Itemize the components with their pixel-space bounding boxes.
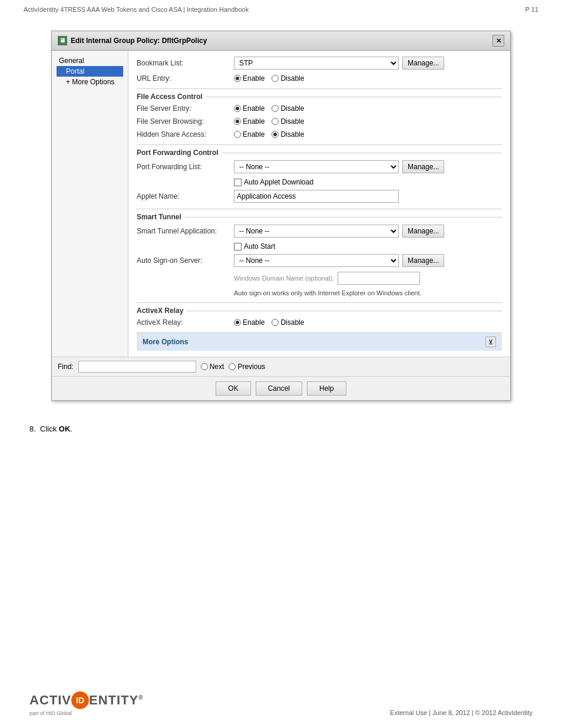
find-input[interactable] bbox=[78, 361, 196, 373]
auto-start-checkbox-label[interactable]: Auto Start bbox=[234, 242, 502, 251]
more-options-bar: More Options ⊻ bbox=[137, 332, 502, 351]
applet-name-row: Applet Name: bbox=[137, 190, 502, 203]
auto-start-checkbox[interactable] bbox=[234, 243, 242, 251]
sidebar-item-more-options[interactable]: + More Options bbox=[57, 77, 123, 87]
port-forwarding-list-row: Port Forwarding List: -- None -- Manage.… bbox=[137, 160, 502, 173]
auto-signon-controls: -- None -- Manage... bbox=[234, 254, 502, 267]
activex-relay-label: ActiveX Relay: bbox=[137, 318, 234, 327]
dialog-title-area: 🖥 Edit Internal Group Policy: DfltGrpPol… bbox=[58, 36, 207, 45]
close-icon: ✕ bbox=[496, 37, 501, 45]
file-server-entry-label: File Server Entry: bbox=[137, 104, 234, 113]
dialog-title-text: Edit Internal Group Policy: DfltGrpPolic… bbox=[71, 37, 207, 45]
hidden-share-row: Hidden Share Access: Enable Disable bbox=[137, 130, 502, 139]
auto-signon-server-label: Auto Sign-on Server: bbox=[137, 256, 234, 265]
hidden-share-enable-radio[interactable]: Enable bbox=[234, 130, 265, 139]
activex-enable-input[interactable] bbox=[234, 319, 241, 326]
url-entry-disable-label: Disable bbox=[280, 74, 304, 83]
windows-domain-label bbox=[137, 275, 234, 282]
expand-icon: ⊻ bbox=[488, 338, 493, 346]
hidden-share-disable-input[interactable] bbox=[272, 131, 279, 138]
activex-disable-radio[interactable]: Disable bbox=[272, 318, 304, 327]
bookmark-list-manage-button[interactable]: Manage... bbox=[402, 57, 444, 70]
file-server-browsing-disable-input[interactable] bbox=[272, 118, 279, 125]
step-instruction: 8. Click OK. bbox=[0, 424, 562, 433]
auto-start-label: Auto Start bbox=[244, 242, 275, 251]
url-entry-enable-input[interactable] bbox=[234, 75, 241, 82]
url-entry-enable-label: Enable bbox=[243, 74, 265, 83]
auto-signon-note: Auto sign-on works only with Internet Ex… bbox=[234, 289, 502, 297]
logo-id-circle: ID bbox=[71, 691, 89, 709]
sidebar-item-portal[interactable]: Portal bbox=[57, 66, 123, 77]
smart-tunnel-app-select[interactable]: -- None -- bbox=[234, 225, 399, 238]
port-forwarding-manage-button[interactable]: Manage... bbox=[402, 160, 444, 173]
bookmark-list-controls: STP Manage... bbox=[234, 57, 502, 70]
smart-tunnel-app-row: Smart Tunnel Application: -- None -- Man… bbox=[137, 225, 502, 238]
hidden-share-radio-group: Enable Disable bbox=[234, 130, 304, 139]
activex-enable-radio[interactable]: Enable bbox=[234, 318, 265, 327]
auto-signon-server-row: Auto Sign-on Server: -- None -- Manage..… bbox=[137, 254, 502, 267]
file-server-browsing-label: File Server Browsing: bbox=[137, 117, 234, 126]
file-server-entry-enable-radio[interactable]: Enable bbox=[234, 104, 265, 113]
page-number: P 11 bbox=[525, 6, 538, 13]
help-button[interactable]: Help bbox=[307, 381, 346, 396]
hidden-share-label: Hidden Share Access: bbox=[137, 130, 234, 139]
hidden-share-disable-radio[interactable]: Disable bbox=[272, 130, 304, 139]
activex-relay-radio-group: Enable Disable bbox=[234, 318, 304, 327]
file-server-browsing-disable-label: Disable bbox=[280, 117, 304, 126]
sidebar-item-more-options-label: + More Options bbox=[66, 78, 114, 86]
cancel-button[interactable]: Cancel bbox=[256, 381, 302, 396]
windows-domain-text-label: Windows Domain Name (optional): bbox=[234, 275, 334, 282]
more-options-link[interactable]: More Options bbox=[143, 338, 188, 346]
dialog-footer: OK Cancel Help bbox=[52, 376, 510, 400]
auto-applet-download-checkbox-label[interactable]: Auto Applet Download bbox=[234, 178, 502, 186]
smart-tunnel-app-label: Smart Tunnel Application: bbox=[137, 227, 234, 235]
bookmark-list-row: Bookmark List: STP Manage... bbox=[137, 57, 502, 70]
file-server-browsing-enable-radio[interactable]: Enable bbox=[234, 117, 265, 126]
next-radio-label[interactable]: Next bbox=[201, 363, 224, 371]
auto-signon-manage-button[interactable]: Manage... bbox=[402, 254, 444, 267]
file-server-entry-disable-radio[interactable]: Disable bbox=[272, 104, 304, 113]
dialog-sidebar: General Portal + More Options bbox=[52, 51, 128, 357]
file-server-entry-enable-label: Enable bbox=[243, 104, 265, 113]
step-number: 8. bbox=[29, 424, 36, 433]
port-forwarding-list-select[interactable]: -- None -- bbox=[234, 160, 399, 173]
smart-tunnel-app-controls: -- None -- Manage... bbox=[234, 225, 502, 238]
logo-activ-text: ACTIV bbox=[29, 693, 71, 708]
next-radio-input[interactable] bbox=[201, 363, 208, 370]
smart-tunnel-app-manage-button[interactable]: Manage... bbox=[402, 225, 444, 238]
auto-applet-download-checkbox[interactable] bbox=[234, 179, 242, 186]
hidden-share-enable-label: Enable bbox=[243, 130, 265, 139]
file-server-entry-disable-input[interactable] bbox=[272, 105, 279, 112]
more-options-expand-icon[interactable]: ⊻ bbox=[485, 337, 496, 347]
auto-signon-select[interactable]: -- None -- bbox=[234, 254, 399, 267]
dialog-box: 🖥 Edit Internal Group Policy: DfltGrpPol… bbox=[51, 31, 511, 401]
file-server-browsing-disable-radio[interactable]: Disable bbox=[272, 117, 304, 126]
previous-radio-label[interactable]: Previous bbox=[229, 363, 265, 371]
sidebar-item-general[interactable]: General bbox=[57, 55, 123, 66]
hidden-share-disable-label: Disable bbox=[280, 130, 304, 139]
previous-radio-input[interactable] bbox=[229, 363, 236, 370]
file-server-browsing-radio-group: Enable Disable bbox=[234, 117, 304, 126]
logo-id-text: ID bbox=[76, 696, 84, 705]
ok-button[interactable]: OK bbox=[216, 381, 250, 396]
dialog-close-button[interactable]: ✕ bbox=[492, 35, 504, 47]
file-server-entry-enable-input[interactable] bbox=[234, 105, 241, 112]
file-access-section-header: File Access Control bbox=[137, 88, 502, 101]
url-entry-label: URL Entry: bbox=[137, 74, 234, 83]
hidden-share-enable-input[interactable] bbox=[234, 131, 241, 138]
url-entry-disable-input[interactable] bbox=[272, 75, 279, 82]
logo-subtitle: part of HID Global bbox=[29, 710, 72, 716]
page-footer: ACTIV ID ENTITY® part of HID Global Exte… bbox=[0, 691, 562, 716]
previous-label: Previous bbox=[237, 363, 265, 371]
windows-domain-input[interactable] bbox=[338, 272, 420, 285]
activex-enable-label: Enable bbox=[243, 318, 265, 327]
file-server-entry-radio-group: Enable Disable bbox=[234, 104, 304, 113]
url-entry-enable-radio[interactable]: Enable bbox=[234, 74, 265, 83]
dialog-titlebar: 🖥 Edit Internal Group Policy: DfltGrpPol… bbox=[52, 31, 510, 51]
activex-section-header: ActiveX Relay bbox=[137, 302, 502, 315]
file-server-browsing-enable-input[interactable] bbox=[234, 118, 241, 125]
bookmark-list-select[interactable]: STP bbox=[234, 57, 399, 70]
url-entry-disable-radio[interactable]: Disable bbox=[272, 74, 304, 83]
activex-disable-input[interactable] bbox=[272, 319, 279, 326]
applet-name-input[interactable] bbox=[234, 190, 399, 203]
